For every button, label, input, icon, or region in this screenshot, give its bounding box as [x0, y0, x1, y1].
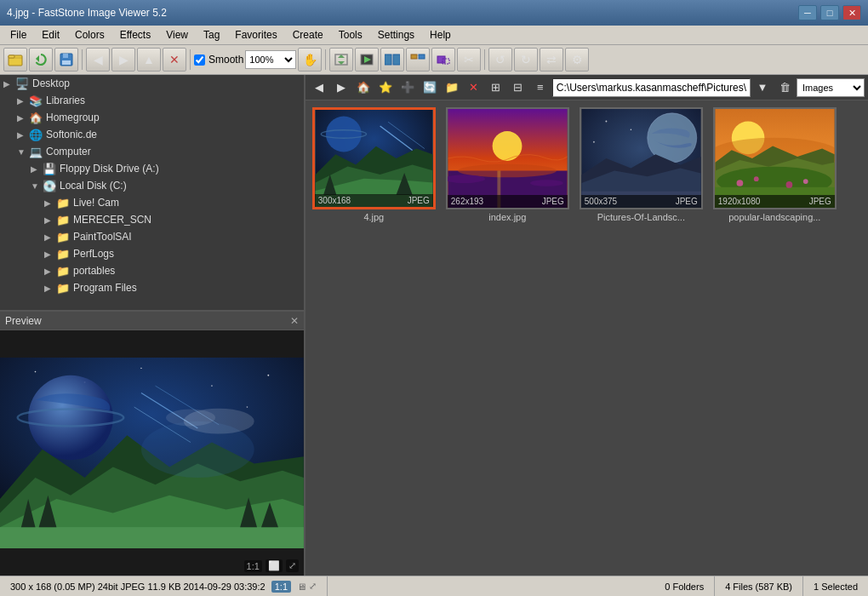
monitor-icon: 🖥	[297, 582, 306, 592]
menu-item-favorites[interactable]: Favorites	[228, 27, 283, 43]
up-button[interactable]: ▲	[137, 48, 161, 72]
rt-delete-button[interactable]: ✕	[464, 77, 484, 98]
thumbnail-format: JPEG	[676, 197, 698, 206]
thumbnail-item-2[interactable]: 500x375JPEGPictures-Of-Landsc...	[580, 107, 703, 222]
tree-folder-icon: 📁	[56, 214, 70, 226]
thumbnail-filename: index.jpg	[488, 212, 526, 222]
thumbnails-area[interactable]: 300x168JPEG4.jpg 262x193JPEGindex.jpg	[306, 100, 868, 576]
tree-item-8[interactable]: ▶📁MERECER_SCN	[0, 211, 304, 228]
tree-folder-icon: 📚	[29, 95, 43, 107]
rt-back-button[interactable]: ◀	[309, 77, 329, 98]
settings-button[interactable]: ⚙	[565, 48, 589, 72]
slideshow-button[interactable]	[355, 48, 379, 72]
menu-item-edit[interactable]: Edit	[35, 27, 66, 43]
status-folders-text: 0 Folders	[665, 582, 704, 592]
resize-button[interactable]	[431, 48, 455, 72]
tree-item-5[interactable]: ▶💾Floppy Disk Drive (A:)	[0, 160, 304, 177]
tree-item-label: Local Disk (C:)	[60, 180, 127, 192]
tree-item-2[interactable]: ▶🏠Homegroup	[0, 109, 304, 126]
svg-rect-12	[393, 54, 400, 65]
tree-item-6[interactable]: ▼💽Local Disk (C:)	[0, 177, 304, 194]
rt-view1-button[interactable]: ⊞	[486, 77, 506, 98]
tree-expand-icon: ▶	[44, 215, 54, 225]
forward-button[interactable]: ▶	[111, 48, 135, 72]
tree-item-4[interactable]: ▼💻Computer	[0, 143, 304, 160]
delete-button[interactable]: ✕	[163, 48, 186, 72]
svg-marker-2	[36, 55, 39, 62]
menu-item-help[interactable]: Help	[423, 27, 458, 43]
compare-button[interactable]	[380, 48, 404, 72]
thumbnail-item-3[interactable]: 1920x1080JPEGpopular-landscaping...	[713, 107, 837, 222]
tree-item-label: Live! Cam	[73, 197, 119, 209]
tree-item-9[interactable]: ▶📁PaintToolSAI	[0, 228, 304, 245]
menu-item-file[interactable]: File	[3, 27, 33, 43]
menu-item-tag[interactable]: Tag	[197, 27, 226, 43]
rt-up-button[interactable]: 🏠	[353, 77, 374, 98]
tree-panel[interactable]: ▶🖥️Desktop▶📚Libraries▶🏠Homegroup▶🌐Softon…	[0, 75, 304, 312]
fit-icon[interactable]: ⬜	[266, 559, 283, 572]
tree-item-label: Computer	[46, 146, 91, 158]
pan-tool-button[interactable]: ✋	[298, 48, 322, 72]
tree-item-7[interactable]: ▶📁Live! Cam	[0, 194, 304, 211]
ratio-badge: 1:1	[271, 581, 291, 593]
tree-folder-icon: 📁	[56, 248, 70, 261]
status-selected: 1 Selected	[803, 576, 868, 596]
rt-view2-button[interactable]: ⊟	[508, 77, 528, 98]
minimize-button[interactable]: ─	[798, 5, 817, 20]
tree-item-label: Softonic.de	[46, 129, 97, 140]
batch-convert-button[interactable]	[406, 48, 430, 72]
menu-item-create[interactable]: Create	[286, 27, 330, 43]
smooth-checkbox-label[interactable]: Smooth	[194, 54, 243, 66]
preview-close-icon[interactable]: ✕	[290, 315, 299, 327]
rt-newfolder-button[interactable]: 📁	[442, 77, 462, 98]
filter-select[interactable]: Images All Files RAW Files	[797, 78, 865, 97]
reload-button[interactable]	[29, 48, 53, 72]
thumbnail-item-0[interactable]: 300x168JPEG4.jpg	[312, 107, 436, 222]
rotate-left-button[interactable]: ↺	[488, 48, 512, 72]
path-clear-button[interactable]: 🗑	[774, 77, 795, 98]
flip-h-button[interactable]: ⇄	[540, 48, 563, 72]
menu-item-tools[interactable]: Tools	[332, 27, 369, 43]
tree-item-0[interactable]: ▶🖥️Desktop	[0, 75, 304, 92]
smooth-checkbox[interactable]	[194, 54, 205, 66]
thumbnail-format: JPEG	[408, 196, 430, 205]
close-button[interactable]: ✕	[842, 5, 861, 20]
fullscreen-button[interactable]	[329, 48, 353, 72]
tree-item-12[interactable]: ▶📁Program Files	[0, 279, 304, 296]
menu-item-colors[interactable]: Colors	[68, 27, 111, 43]
thumbnail-svg	[315, 110, 433, 207]
left-panel: ▶🖥️Desktop▶📚Libraries▶🏠Homegroup▶🌐Softon…	[0, 75, 306, 576]
thumbnail-dimensions: 1920x1080	[718, 197, 761, 206]
menu-item-effects[interactable]: Effects	[113, 27, 157, 43]
path-dropdown-button[interactable]: ▼	[752, 77, 773, 98]
thumbnail-filename: popular-landscaping...	[728, 212, 820, 222]
smooth-label: Smooth	[208, 54, 243, 66]
rt-view3-button[interactable]: ≡	[530, 77, 551, 98]
zoom-select[interactable]: 100% 50% 200% Fit	[245, 50, 296, 69]
tree-item-1[interactable]: ▶📚Libraries	[0, 92, 304, 109]
tree-expand-icon: ▶	[44, 266, 54, 276]
svg-rect-11	[385, 54, 391, 65]
thumbnail-item-1[interactable]: 262x193JPEGindex.jpg	[446, 107, 569, 222]
back-button[interactable]: ◀	[86, 48, 110, 72]
tree-item-11[interactable]: ▶📁portables	[0, 262, 304, 279]
path-text: C:\Users\markus.kasanmascheff\Pictures\	[557, 82, 746, 94]
fullsize-icon[interactable]: ⤢	[286, 559, 299, 572]
tree-item-10[interactable]: ▶📁PerfLogs	[0, 245, 304, 262]
rt-favorites-button[interactable]: ⭐	[375, 77, 396, 98]
menu-item-settings[interactable]: Settings	[371, 27, 421, 43]
rotate-right-button[interactable]: ↻	[514, 48, 538, 72]
save-button[interactable]	[54, 48, 78, 72]
tree-folder-icon: 💾	[43, 163, 56, 175]
tree-folder-icon: 🖥️	[15, 77, 29, 90]
crop-button[interactable]: ✂	[457, 48, 481, 72]
menu-item-view[interactable]: View	[159, 27, 195, 43]
rt-addfav-button[interactable]: ➕	[397, 77, 418, 98]
open-folder-button[interactable]	[3, 48, 27, 72]
svg-point-21	[211, 385, 213, 387]
path-box[interactable]: C:\Users\markus.kasanmascheff\Pictures\	[552, 78, 751, 97]
maximize-button[interactable]: □	[820, 5, 839, 20]
tree-item-3[interactable]: ▶🌐Softonic.de	[0, 126, 304, 143]
rt-forward-button[interactable]: ▶	[331, 77, 351, 98]
rt-refresh-button[interactable]: 🔄	[420, 77, 440, 98]
